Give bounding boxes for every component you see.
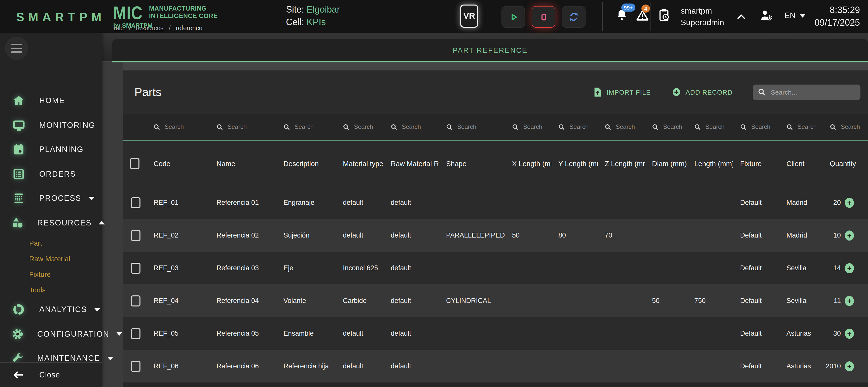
- table-row[interactable]: REF_04 Referencia 04 Volante Carbide def…: [123, 284, 868, 317]
- chevron-down-icon: [116, 332, 122, 336]
- increment-quantity-button[interactable]: +: [845, 230, 854, 240]
- breadcrumb-link-resources[interactable]: resources: [136, 25, 164, 32]
- increment-quantity-button[interactable]: +: [845, 296, 854, 306]
- orders-list-icon: [11, 168, 26, 181]
- sidebar-item-configuration[interactable]: CONFIGURATION: [0, 322, 102, 346]
- table-row[interactable]: REF_01 Referencia 01 Engranaje default d…: [123, 186, 868, 219]
- column-header[interactable]: X Length (mm): [505, 159, 551, 169]
- language-selector[interactable]: EN: [784, 11, 806, 20]
- table-row[interactable]: REF_02 Referencia 02 Sujeción default de…: [123, 219, 868, 252]
- increment-quantity-button[interactable]: +: [845, 328, 854, 338]
- column-search-input[interactable]: [522, 123, 551, 131]
- increment-quantity-button[interactable]: +: [845, 361, 854, 371]
- column-header[interactable]: Name: [210, 159, 276, 169]
- column-search-input[interactable]: [797, 123, 823, 131]
- row-checkbox[interactable]: [131, 328, 141, 339]
- increment-quantity-button[interactable]: +: [845, 263, 854, 273]
- column-header[interactable]: Shape: [439, 159, 505, 169]
- cell-material-type: default: [336, 362, 384, 370]
- sidebar-item-analytics[interactable]: ANALYTICS: [0, 297, 102, 322]
- menu-toggle-button[interactable]: [5, 37, 28, 60]
- column-header[interactable]: Diam (mm): [645, 159, 687, 169]
- sidebar-subitem[interactable]: Tools: [0, 282, 102, 297]
- column-header[interactable]: Z Length (mm): [598, 159, 645, 169]
- column-search-input[interactable]: [662, 123, 687, 131]
- column-search: [210, 123, 276, 131]
- table-row[interactable]: REF_05 Referencia 05 Ensamble default de…: [123, 317, 868, 350]
- row-checkbox[interactable]: [131, 262, 141, 273]
- home-icon: [11, 94, 26, 107]
- cell-name: Referencia 04: [210, 297, 276, 304]
- column-search: [384, 123, 439, 131]
- cell-quantity: 2010 +: [823, 361, 868, 371]
- breadcrumb-link-mic[interactable]: mic: [114, 25, 124, 32]
- quantity-value: 2010: [826, 362, 841, 370]
- row-checkbox-cell: [123, 197, 147, 208]
- column-header[interactable]: Code: [147, 159, 210, 169]
- import-file-button[interactable]: IMPORT FILE: [594, 87, 651, 97]
- refresh-button[interactable]: [562, 6, 586, 28]
- sidebar-item-monitoring[interactable]: MONITORING: [0, 113, 102, 137]
- stop-button[interactable]: [532, 6, 555, 28]
- sidebar-item-home[interactable]: HOME: [0, 89, 102, 113]
- row-checkbox[interactable]: [131, 295, 141, 306]
- alerts-button[interactable]: 4: [636, 9, 650, 22]
- column-search-input[interactable]: [568, 123, 598, 131]
- column-search-input[interactable]: [750, 123, 779, 131]
- search-input[interactable]: [770, 88, 856, 96]
- user-info[interactable]: smartpm Superadmin: [681, 5, 724, 28]
- tasks-button[interactable]: [657, 7, 671, 23]
- cell-code: REF_02: [147, 231, 210, 239]
- cell-client: Sevilla: [779, 264, 823, 272]
- sidebar-close-button[interactable]: Close: [0, 362, 102, 387]
- sidebar-subitem[interactable]: Raw Material: [0, 251, 102, 266]
- increment-quantity-button[interactable]: +: [845, 197, 854, 207]
- sidebar-subitem[interactable]: Part: [0, 235, 102, 251]
- column-search-input[interactable]: [615, 123, 645, 131]
- site-value[interactable]: Elgoibar: [307, 4, 340, 14]
- analytics-donut-icon: [11, 303, 26, 316]
- clock: 8:35:29 09/17/2025: [815, 4, 860, 29]
- table-row[interactable]: REF_03 Referencia 03 Eje Inconel 625 def…: [123, 252, 868, 284]
- column-header[interactable]: Length (mm): [687, 159, 733, 169]
- cell-client: Madrid: [779, 231, 823, 239]
- vr-button[interactable]: VR: [460, 4, 478, 28]
- column-search-input[interactable]: [164, 123, 210, 131]
- column-header[interactable]: Description: [276, 159, 336, 169]
- add-record-button[interactable]: ADD RECORD: [672, 88, 733, 97]
- column-search-input[interactable]: [293, 123, 336, 131]
- sidebar-item-process[interactable]: PROCESS: [0, 186, 102, 211]
- column-search-input[interactable]: [704, 123, 733, 131]
- column-search-input[interactable]: [401, 123, 439, 131]
- column-header[interactable]: Fixture: [733, 159, 779, 169]
- table-row[interactable]: REF_06 Referencia 06 Referencia hija def…: [123, 350, 868, 383]
- column-search-input[interactable]: [456, 123, 505, 131]
- sidebar-subitem[interactable]: Fixture: [0, 266, 102, 282]
- tab-part-reference[interactable]: PART REFERENCE: [453, 46, 527, 54]
- row-checkbox[interactable]: [131, 230, 141, 241]
- sidebar-item-planning[interactable]: PLANNING: [0, 137, 102, 162]
- search-icon: [786, 124, 793, 130]
- cell-value[interactable]: KPIs: [307, 17, 326, 27]
- cell-client: Madrid: [779, 199, 823, 206]
- play-button[interactable]: [501, 6, 525, 28]
- sidebar-item-resources[interactable]: RESOURCES: [0, 211, 102, 235]
- user-settings-button[interactable]: [759, 8, 773, 23]
- cell-quantity: 30 +: [823, 328, 868, 338]
- column-header[interactable]: Y Length (mm): [551, 159, 598, 169]
- column-header[interactable]: Material type: [336, 159, 384, 169]
- sidebar-item-orders[interactable]: ORDERS: [0, 162, 102, 186]
- row-checkbox[interactable]: [131, 197, 141, 208]
- row-checkbox[interactable]: [131, 361, 141, 372]
- column-search-input[interactable]: [226, 123, 276, 131]
- column-header[interactable]: Quantity: [823, 159, 868, 169]
- column-header[interactable]: Client: [779, 159, 823, 169]
- column-search-input[interactable]: [353, 123, 384, 131]
- collapse-user-menu-button[interactable]: [736, 13, 746, 20]
- column-header[interactable]: Raw Material Reference: [384, 159, 439, 169]
- notifications-button[interactable]: 99+: [615, 8, 628, 22]
- select-all-checkbox[interactable]: [130, 158, 140, 169]
- column-search-input[interactable]: [840, 123, 868, 131]
- cell-raw-material-reference: default: [384, 231, 439, 239]
- stop-icon: [538, 11, 549, 22]
